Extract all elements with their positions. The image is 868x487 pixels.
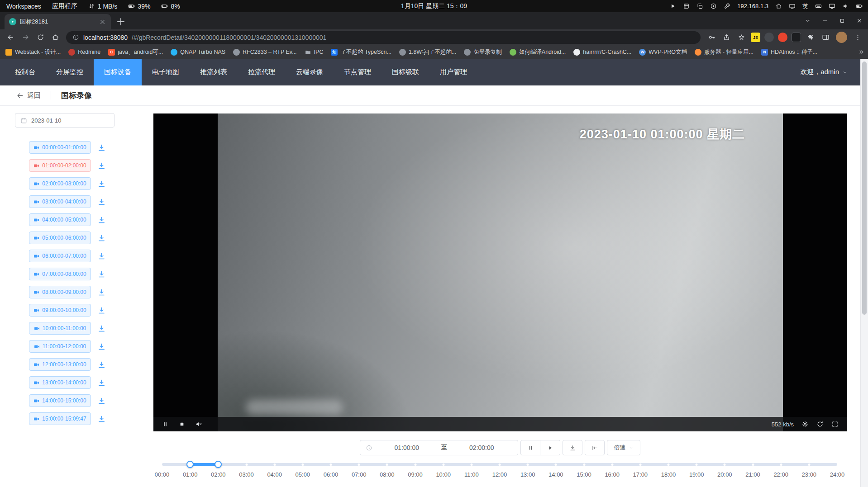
bookmark-item[interactable]: 服务器 - 轻量应用... (695, 48, 754, 56)
new-tab-button[interactable] (115, 16, 127, 28)
download-icon[interactable] (97, 161, 106, 170)
bookmark-item[interactable]: QNAP Turbo NAS (171, 49, 225, 56)
nav-tab-10[interactable]: 用户管理 (429, 59, 477, 85)
pause-button[interactable] (520, 440, 540, 455)
tab-close-icon[interactable] (99, 18, 106, 26)
bookmarks-overflow-icon[interactable] (854, 45, 864, 59)
browser-tab[interactable]: 国标28181 (5, 14, 111, 29)
nav-tab-6[interactable]: 拉流代理 (238, 59, 286, 85)
home-button[interactable] (48, 31, 62, 44)
ip-address-indicator[interactable]: 192.168.1.3 (737, 3, 768, 9)
screenshot-tool-icon[interactable] (683, 3, 690, 9)
timeline-handle-start[interactable] (186, 461, 194, 468)
segment-button[interactable]: 14:00:00-15:00:00 (29, 394, 91, 407)
share-icon[interactable] (720, 31, 733, 44)
input-method-indicator[interactable]: 英 (802, 2, 808, 10)
download-icon[interactable] (97, 378, 106, 387)
window-minimize-button[interactable] (816, 12, 834, 29)
download-icon[interactable] (97, 270, 106, 279)
media-play-icon[interactable] (669, 3, 676, 9)
site-info-icon[interactable] (72, 34, 79, 41)
bookmark-item[interactable]: hairrrrr/C-CrashC... (573, 49, 631, 56)
window-maximize-button[interactable] (834, 12, 851, 29)
player-settings-icon[interactable] (801, 421, 809, 428)
address-bar[interactable]: localhost:38080/#/gbRecordDetail/3402000… (66, 31, 701, 44)
play-button[interactable] (540, 440, 560, 455)
volume-icon[interactable] (842, 3, 849, 9)
extensions-puzzle-icon[interactable] (804, 31, 817, 44)
applications-button[interactable]: 应用程序 (52, 2, 77, 10)
download-icon[interactable] (97, 143, 106, 152)
timeline-handle-end[interactable] (215, 461, 222, 468)
segment-button[interactable]: 01:00:00-02:00:00 (29, 159, 91, 172)
secondary-battery-indicator[interactable]: 8% (161, 3, 180, 10)
download-icon[interactable] (97, 306, 106, 315)
segment-button[interactable]: 12:00:00-13:00:00 (29, 358, 91, 371)
time-range-picker[interactable]: 01:00:00 至 02:00:00 (360, 440, 518, 455)
extension-icon-2[interactable] (778, 33, 787, 42)
segment-button[interactable]: 11:00:00-12:00:00 (29, 340, 91, 353)
segment-button[interactable]: 07:00:00-08:00:00 (29, 268, 91, 280)
speed-dropdown[interactable]: 倍速 (607, 440, 640, 455)
download-icon[interactable] (97, 216, 106, 224)
seek-back-button[interactable] (585, 440, 605, 455)
segment-button[interactable]: 09:00:00-10:00:00 (29, 304, 91, 317)
segment-button[interactable]: 08:00:00-09:00:00 (29, 286, 91, 298)
extension-icon-1[interactable] (764, 33, 774, 42)
bookmark-item[interactable]: WWVP-PRO文档 (639, 48, 687, 56)
date-picker-input[interactable]: 2023-01-10 (15, 113, 114, 128)
profile-avatar[interactable] (836, 32, 847, 43)
bookmark-item[interactable]: Redmine (68, 49, 100, 56)
bookmark-item[interactable]: 1.8W字|了不起的... (399, 48, 456, 56)
bookmark-item[interactable]: Webstack - 设计... (5, 48, 61, 56)
window-close-button[interactable] (851, 12, 868, 29)
nav-tab-3[interactable]: 国标设备 (94, 59, 142, 85)
download-icon[interactable] (97, 415, 106, 423)
download-icon[interactable] (97, 397, 106, 405)
nav-tab-4[interactable]: 电子地图 (142, 59, 190, 85)
bookmark-item[interactable]: 知了不起的 TypeScri... (331, 48, 391, 56)
video-surface[interactable] (218, 113, 783, 431)
battery-percent-indicator[interactable]: 39% (128, 3, 150, 10)
display-icon[interactable] (829, 3, 835, 9)
nav-tab-7[interactable]: 云端录像 (286, 59, 334, 85)
bookmark-item[interactable]: IPC (305, 49, 324, 56)
player-mute-icon[interactable] (195, 421, 202, 428)
battery-icon[interactable] (856, 3, 863, 9)
reload-button[interactable] (33, 31, 47, 44)
segment-button[interactable]: 03:00:00-04:00:00 (29, 195, 91, 208)
player-refresh-icon[interactable] (816, 421, 824, 428)
back-button[interactable] (4, 31, 17, 44)
download-icon[interactable] (97, 180, 106, 188)
download-button[interactable] (563, 440, 582, 455)
forward-button[interactable] (19, 31, 32, 44)
workspaces-button[interactable]: Workspaces (6, 3, 41, 10)
segment-button[interactable]: 00:00:00-01:00:00 (29, 141, 91, 154)
download-icon[interactable] (97, 324, 106, 333)
download-icon[interactable] (97, 198, 106, 206)
nav-tab-5[interactable]: 推流列表 (190, 59, 238, 85)
bookmark-star-icon[interactable] (734, 31, 748, 44)
clock-indicator[interactable]: 1月10日 星期二 15：09 (401, 2, 467, 10)
extension-icon-3[interactable] (792, 33, 801, 42)
download-icon[interactable] (97, 342, 106, 351)
segment-button[interactable]: 10:00:00-11:00:00 (29, 322, 91, 335)
bookmark-item[interactable]: Cjava、android可... (108, 48, 163, 56)
clipboard-icon[interactable] (696, 3, 703, 9)
segment-button[interactable]: 13:00:00-14:00:00 (29, 376, 91, 389)
nav-tab-1[interactable]: 控制台 (5, 59, 46, 85)
tab-search-button[interactable] (799, 12, 816, 29)
nav-tab-2[interactable]: 分屏监控 (46, 59, 94, 85)
home-icon[interactable] (775, 3, 782, 9)
extension-js-icon[interactable]: JS (751, 33, 760, 42)
scrollbar-thumb[interactable] (862, 61, 867, 315)
bookmark-item[interactable]: RFC2833 – RTP Ev... (233, 49, 297, 56)
bookmark-item[interactable]: NHDAtmos :: 种子... (761, 48, 817, 56)
page-scrollbar[interactable] (860, 59, 868, 487)
download-icon[interactable] (97, 288, 106, 297)
player-pause-icon[interactable] (162, 421, 169, 428)
record-indicator-icon[interactable] (710, 3, 717, 9)
download-icon[interactable] (97, 234, 106, 242)
segment-button[interactable]: 04:00:00-05:00:00 (29, 213, 91, 226)
segment-button[interactable]: 05:00:00-06:00:00 (29, 232, 91, 244)
